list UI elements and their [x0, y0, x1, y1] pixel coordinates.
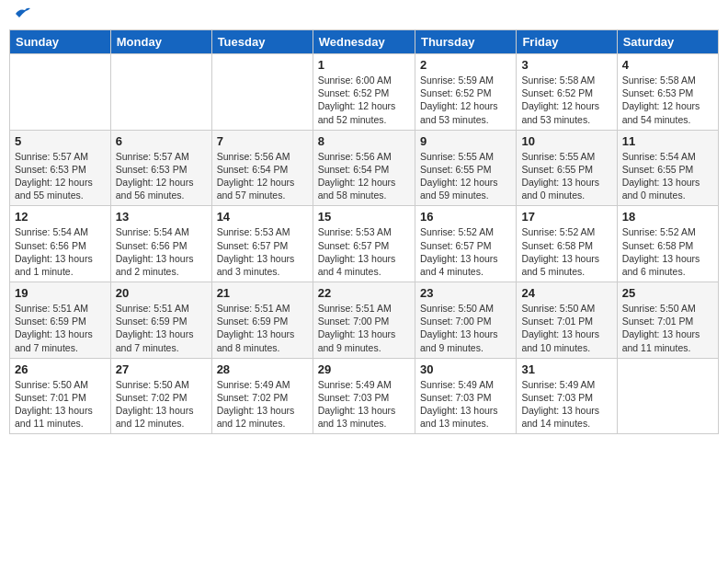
- calendar-cell: 20Sunrise: 5:51 AM Sunset: 6:59 PM Dayli…: [110, 282, 211, 359]
- day-info: Sunrise: 5:53 AM Sunset: 6:57 PM Dayligh…: [318, 225, 410, 278]
- day-info: Sunrise: 5:49 AM Sunset: 7:03 PM Dayligh…: [420, 378, 511, 431]
- calendar-cell: [617, 358, 718, 434]
- calendar-week-row: 12Sunrise: 5:54 AM Sunset: 6:56 PM Dayli…: [10, 206, 719, 282]
- calendar-cell: 26Sunrise: 5:50 AM Sunset: 7:01 PM Dayli…: [10, 358, 111, 434]
- calendar-cell: [211, 54, 313, 131]
- day-info: Sunrise: 5:54 AM Sunset: 6:56 PM Dayligh…: [15, 225, 106, 278]
- day-number: 15: [318, 210, 410, 224]
- weekday-header-row: SundayMondayTuesdayWednesdayThursdayFrid…: [10, 30, 719, 54]
- day-number: 2: [420, 58, 511, 72]
- page-header: [9, 9, 719, 22]
- day-number: 7: [217, 134, 308, 148]
- day-info: Sunrise: 5:52 AM Sunset: 6:58 PM Dayligh…: [521, 225, 611, 278]
- logo-text: [13, 9, 31, 22]
- calendar-table: SundayMondayTuesdayWednesdayThursdayFrid…: [9, 29, 719, 434]
- calendar-cell: 12Sunrise: 5:54 AM Sunset: 6:56 PM Dayli…: [10, 206, 111, 282]
- day-number: 21: [217, 286, 308, 300]
- calendar-week-row: 19Sunrise: 5:51 AM Sunset: 6:59 PM Dayli…: [10, 282, 719, 359]
- weekday-header-saturday: Saturday: [617, 30, 718, 54]
- calendar-cell: 16Sunrise: 5:52 AM Sunset: 6:57 PM Dayli…: [415, 206, 516, 282]
- day-number: 19: [15, 286, 106, 300]
- calendar-cell: 7Sunrise: 5:56 AM Sunset: 6:54 PM Daylig…: [211, 130, 313, 206]
- day-info: Sunrise: 5:50 AM Sunset: 7:01 PM Dayligh…: [521, 302, 611, 354]
- calendar-cell: [110, 54, 211, 131]
- calendar-cell: 1Sunrise: 6:00 AM Sunset: 6:52 PM Daylig…: [313, 54, 415, 131]
- logo: [13, 9, 31, 22]
- calendar-cell: 19Sunrise: 5:51 AM Sunset: 6:59 PM Dayli…: [10, 282, 111, 359]
- calendar-cell: 8Sunrise: 5:56 AM Sunset: 6:54 PM Daylig…: [313, 130, 415, 206]
- day-number: 6: [116, 134, 207, 148]
- weekday-header-friday: Friday: [517, 30, 617, 54]
- day-info: Sunrise: 5:50 AM Sunset: 7:01 PM Dayligh…: [15, 378, 106, 431]
- day-info: Sunrise: 5:50 AM Sunset: 7:02 PM Dayligh…: [116, 378, 207, 431]
- day-info: Sunrise: 5:50 AM Sunset: 7:00 PM Dayligh…: [420, 302, 511, 354]
- day-number: 14: [217, 210, 308, 224]
- calendar-cell: 14Sunrise: 5:53 AM Sunset: 6:57 PM Dayli…: [211, 206, 313, 282]
- day-info: Sunrise: 5:54 AM Sunset: 6:56 PM Dayligh…: [116, 225, 207, 278]
- day-number: 8: [318, 134, 410, 148]
- calendar-cell: 31Sunrise: 5:49 AM Sunset: 7:03 PM Dayli…: [517, 358, 617, 434]
- day-number: 24: [521, 286, 611, 300]
- day-info: Sunrise: 5:58 AM Sunset: 6:53 PM Dayligh…: [622, 74, 713, 126]
- day-info: Sunrise: 5:57 AM Sunset: 6:53 PM Dayligh…: [15, 150, 106, 202]
- calendar-cell: 22Sunrise: 5:51 AM Sunset: 7:00 PM Dayli…: [313, 282, 415, 359]
- calendar-cell: 28Sunrise: 5:49 AM Sunset: 7:02 PM Dayli…: [211, 358, 313, 434]
- weekday-header-thursday: Thursday: [415, 30, 516, 54]
- day-info: Sunrise: 5:51 AM Sunset: 6:59 PM Dayligh…: [15, 302, 106, 354]
- day-number: 4: [622, 58, 713, 72]
- logo-bird-icon: [14, 6, 30, 19]
- day-info: Sunrise: 5:56 AM Sunset: 6:54 PM Dayligh…: [318, 150, 410, 202]
- day-number: 3: [521, 58, 611, 72]
- calendar-cell: 6Sunrise: 5:57 AM Sunset: 6:53 PM Daylig…: [110, 130, 211, 206]
- day-info: Sunrise: 5:49 AM Sunset: 7:03 PM Dayligh…: [318, 378, 410, 431]
- day-number: 12: [15, 210, 106, 224]
- calendar-cell: 2Sunrise: 5:59 AM Sunset: 6:52 PM Daylig…: [415, 54, 516, 131]
- calendar-cell: 13Sunrise: 5:54 AM Sunset: 6:56 PM Dayli…: [110, 206, 211, 282]
- day-number: 5: [15, 134, 106, 148]
- day-info: Sunrise: 6:00 AM Sunset: 6:52 PM Dayligh…: [318, 74, 410, 126]
- calendar-cell: 21Sunrise: 5:51 AM Sunset: 6:59 PM Dayli…: [211, 282, 313, 359]
- calendar-cell: 29Sunrise: 5:49 AM Sunset: 7:03 PM Dayli…: [313, 358, 415, 434]
- day-number: 16: [420, 210, 511, 224]
- day-info: Sunrise: 5:55 AM Sunset: 6:55 PM Dayligh…: [521, 150, 611, 202]
- weekday-header-tuesday: Tuesday: [211, 30, 313, 54]
- day-info: Sunrise: 5:56 AM Sunset: 6:54 PM Dayligh…: [217, 150, 308, 202]
- calendar-cell: 30Sunrise: 5:49 AM Sunset: 7:03 PM Dayli…: [415, 358, 516, 434]
- calendar-cell: 25Sunrise: 5:50 AM Sunset: 7:01 PM Dayli…: [617, 282, 718, 359]
- day-info: Sunrise: 5:51 AM Sunset: 6:59 PM Dayligh…: [217, 302, 308, 354]
- day-number: 20: [116, 286, 207, 300]
- day-info: Sunrise: 5:53 AM Sunset: 6:57 PM Dayligh…: [217, 225, 308, 278]
- day-number: 28: [217, 362, 308, 376]
- day-info: Sunrise: 5:49 AM Sunset: 7:03 PM Dayligh…: [521, 378, 611, 431]
- calendar-cell: 3Sunrise: 5:58 AM Sunset: 6:52 PM Daylig…: [517, 54, 617, 131]
- day-info: Sunrise: 5:52 AM Sunset: 6:58 PM Dayligh…: [622, 225, 713, 278]
- calendar-cell: 27Sunrise: 5:50 AM Sunset: 7:02 PM Dayli…: [110, 358, 211, 434]
- calendar-cell: 9Sunrise: 5:55 AM Sunset: 6:55 PM Daylig…: [415, 130, 516, 206]
- calendar-week-row: 5Sunrise: 5:57 AM Sunset: 6:53 PM Daylig…: [10, 130, 719, 206]
- day-number: 9: [420, 134, 511, 148]
- calendar-cell: 4Sunrise: 5:58 AM Sunset: 6:53 PM Daylig…: [617, 54, 718, 131]
- day-number: 23: [420, 286, 511, 300]
- calendar-cell: [10, 54, 111, 131]
- calendar-cell: 24Sunrise: 5:50 AM Sunset: 7:01 PM Dayli…: [517, 282, 617, 359]
- day-info: Sunrise: 5:58 AM Sunset: 6:52 PM Dayligh…: [521, 74, 611, 126]
- calendar-cell: 18Sunrise: 5:52 AM Sunset: 6:58 PM Dayli…: [617, 206, 718, 282]
- day-info: Sunrise: 5:54 AM Sunset: 6:55 PM Dayligh…: [622, 150, 713, 202]
- day-number: 13: [116, 210, 207, 224]
- day-info: Sunrise: 5:55 AM Sunset: 6:55 PM Dayligh…: [420, 150, 511, 202]
- day-number: 22: [318, 286, 410, 300]
- day-number: 31: [521, 362, 611, 376]
- calendar-cell: 17Sunrise: 5:52 AM Sunset: 6:58 PM Dayli…: [517, 206, 617, 282]
- day-number: 17: [521, 210, 611, 224]
- calendar-cell: 11Sunrise: 5:54 AM Sunset: 6:55 PM Dayli…: [617, 130, 718, 206]
- day-number: 30: [420, 362, 511, 376]
- day-info: Sunrise: 5:51 AM Sunset: 7:00 PM Dayligh…: [318, 302, 410, 354]
- day-number: 11: [622, 134, 713, 148]
- day-number: 10: [521, 134, 611, 148]
- day-number: 29: [318, 362, 410, 376]
- day-number: 26: [15, 362, 106, 376]
- day-number: 25: [622, 286, 713, 300]
- calendar-cell: 15Sunrise: 5:53 AM Sunset: 6:57 PM Dayli…: [313, 206, 415, 282]
- calendar-week-row: 1Sunrise: 6:00 AM Sunset: 6:52 PM Daylig…: [10, 54, 719, 131]
- day-info: Sunrise: 5:50 AM Sunset: 7:01 PM Dayligh…: [622, 302, 713, 354]
